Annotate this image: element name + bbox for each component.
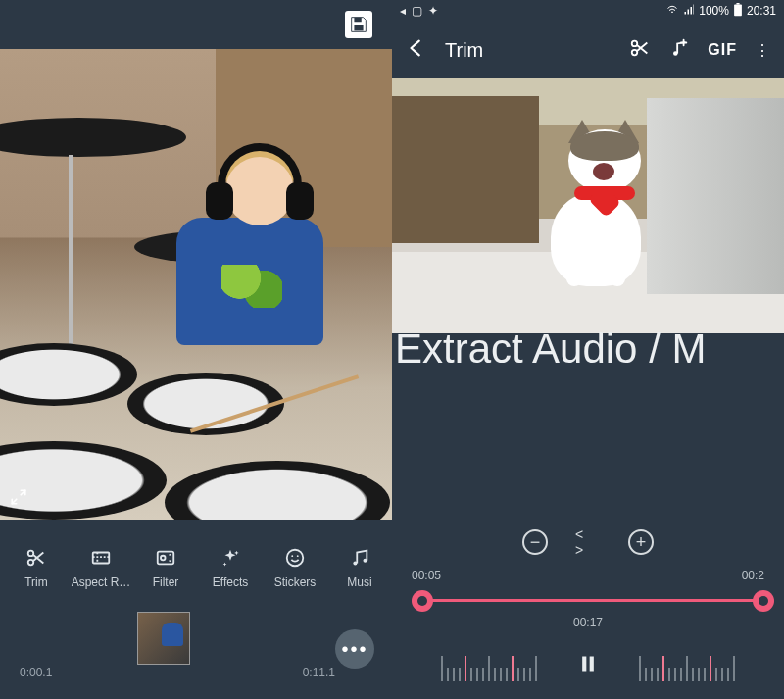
svg-rect-1	[354, 25, 363, 30]
preview-frame	[392, 78, 784, 333]
tool-stickers[interactable]: Stickers	[263, 546, 327, 589]
trim-handle-end[interactable]	[753, 590, 774, 612]
svg-point-7	[287, 550, 304, 567]
add-music-button[interactable]	[668, 37, 690, 63]
tool-effects[interactable]: Effects	[198, 546, 263, 589]
save-button[interactable]	[345, 11, 372, 38]
right-topbar: Trim GIF ⋮	[392, 22, 784, 78]
battery-icon	[733, 3, 743, 20]
zoom-out-button[interactable]: −	[522, 529, 548, 555]
tool-label: Filter	[153, 575, 179, 589]
svg-rect-17	[582, 657, 586, 672]
scrub-ticks-right[interactable]	[639, 652, 735, 681]
editor-screen-left: Trim Aspect R… Filter Effects Stickers M…	[0, 0, 392, 699]
scrub-ticks-left[interactable]	[441, 652, 537, 681]
scrub-bar	[392, 637, 784, 696]
tool-label: Effects	[213, 575, 248, 589]
trim-end-time: 00:2	[742, 569, 764, 582]
cut-button[interactable]	[629, 37, 651, 63]
expand-icon[interactable]	[10, 488, 27, 510]
zoom-in-button[interactable]: +	[628, 529, 654, 555]
filter-icon	[155, 546, 176, 570]
timeline-start: 0:00.1	[20, 666, 52, 679]
tool-label: Trim	[24, 575, 48, 589]
svg-point-16	[673, 51, 678, 56]
status-bar: ◂ ▢ ✦ 100% 20:31	[392, 0, 784, 22]
zoom-controls: − < > +	[392, 529, 784, 555]
clock-text: 20:31	[747, 4, 776, 18]
tool-aspect[interactable]: Aspect R…	[69, 546, 133, 589]
overlay-caption: Extract Audio / M	[392, 325, 784, 373]
aspect-icon	[90, 546, 112, 570]
battery-text: 100%	[699, 4, 729, 18]
tool-label: Aspect R…	[72, 575, 131, 589]
svg-point-10	[353, 561, 357, 565]
tool-trim[interactable]: Trim	[4, 546, 69, 589]
svg-point-11	[363, 559, 367, 563]
svg-rect-0	[354, 18, 361, 23]
trim-playhead-time: 00:17	[392, 616, 784, 629]
screen-title: Trim	[445, 39, 612, 62]
video-preview-right[interactable]	[392, 78, 784, 333]
left-topbar	[0, 0, 392, 49]
back-button[interactable]	[406, 37, 427, 63]
svg-point-9	[297, 555, 299, 557]
signal-icon	[683, 4, 695, 19]
trim-handle-start[interactable]	[412, 590, 433, 612]
status-app-icon: ✦	[428, 4, 438, 18]
svg-rect-13	[736, 3, 739, 5]
status-app-icon: ◂	[400, 4, 406, 18]
video-preview-left[interactable]	[0, 49, 392, 520]
trim-slider: 00:05 00:2	[392, 569, 784, 616]
svg-rect-12	[734, 4, 742, 16]
sparkle-icon	[220, 546, 241, 570]
tool-label: Stickers	[274, 575, 317, 589]
preview-frame	[0, 49, 392, 520]
wifi-icon	[665, 4, 679, 19]
status-app-icon: ▢	[412, 4, 422, 18]
trim-screen-right: ◂ ▢ ✦ 100% 20:31 Trim GIF	[392, 0, 784, 699]
scissors-icon	[25, 546, 47, 570]
clip-strip: 0:00.1 0:11.1 •••	[0, 608, 392, 699]
tool-tray: Trim Aspect R… Filter Effects Stickers M…	[0, 520, 392, 608]
timeline-end: 0:11.1	[303, 666, 335, 679]
gif-button[interactable]: GIF	[708, 41, 737, 59]
tool-filter[interactable]: Filter	[133, 546, 198, 589]
pause-button[interactable]	[578, 653, 598, 680]
tool-label: Musi	[347, 575, 371, 589]
zoom-reset-button[interactable]: < >	[575, 529, 601, 555]
trim-start-time: 00:05	[412, 569, 441, 582]
svg-point-6	[161, 556, 166, 561]
clip-thumbnail[interactable]	[137, 612, 190, 665]
svg-point-8	[291, 555, 293, 557]
trim-track[interactable]	[406, 586, 770, 616]
smile-icon	[284, 546, 306, 570]
more-button[interactable]: ⋮	[755, 41, 770, 60]
svg-rect-18	[590, 657, 594, 672]
music-icon	[349, 546, 370, 570]
more-button[interactable]: •••	[335, 629, 374, 669]
tool-music[interactable]: Musi	[327, 546, 392, 589]
